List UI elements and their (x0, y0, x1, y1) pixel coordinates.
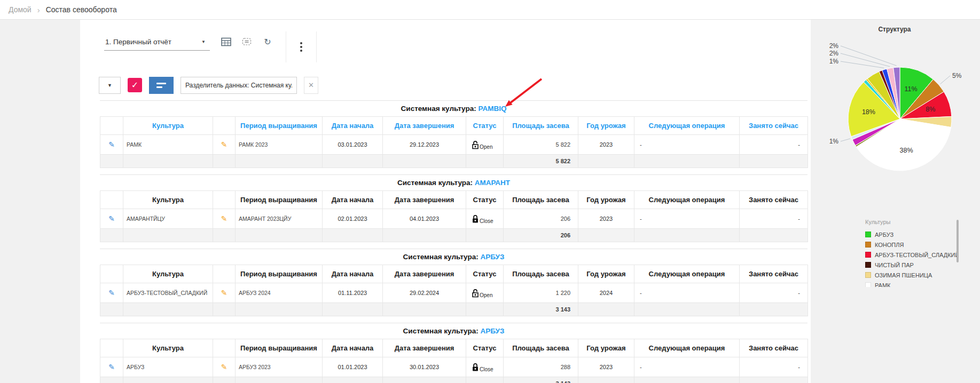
legend-item[interactable]: КОНОПЛЯ (865, 240, 959, 250)
culture-section: Системная культура: АМАРАНТКультураПерио… (100, 174, 807, 242)
system-culture-link[interactable]: АРБУЗ (480, 327, 504, 335)
culture-cell: АРБУЗ-ТЕСТОВЫЙ_СЛАДКИЙ (123, 283, 213, 303)
total-cell (466, 303, 504, 316)
system-culture-link[interactable]: АРБУЗ (480, 253, 504, 261)
next-operation-cell: - (634, 209, 740, 229)
structure-pie-svg[interactable]: 11%5%8%38%1%18%1%2%2% (809, 36, 980, 203)
culture-section: Системная культура: АРБУЗКультураПериод … (100, 323, 807, 383)
edit-culture-icon[interactable]: ✎ (108, 214, 115, 223)
column-header: Следующая операция (634, 117, 740, 135)
filter-dropdown-button[interactable]: ▼ (99, 77, 121, 94)
area-cell: 5 822 (504, 135, 578, 155)
system-culture-link[interactable]: PAMBIQ (478, 105, 506, 113)
total-row: 5 822 (100, 155, 808, 168)
column-header: Площадь засева (504, 339, 578, 357)
column-header: Год урожая (578, 339, 634, 357)
column-header: Культура (123, 117, 213, 135)
edit-period-icon[interactable]: ✎ (221, 363, 228, 371)
start-date-cell: 03.01.2023 (323, 135, 383, 155)
culture-section: Системная культура: PAMBIQКультураПериод… (100, 100, 807, 168)
total-cell (213, 303, 236, 316)
next-operation-cell: - (634, 283, 740, 303)
section-title: Системная культура: АРБУЗ (100, 323, 807, 339)
legend-scrollbar[interactable] (957, 220, 959, 262)
edit-period-icon[interactable]: ✎ (221, 214, 228, 223)
legend-item[interactable]: АРБУЗ (865, 229, 959, 240)
chevron-down-icon: ▼ (201, 39, 206, 44)
next-operation-cell: - (634, 135, 740, 155)
column-header: Дата завершения (383, 265, 466, 283)
status-label: Open (480, 292, 492, 298)
table-view-button[interactable] (219, 36, 232, 47)
section-title: Системная культура: АРБУЗ (100, 249, 807, 265)
total-cell (323, 303, 383, 316)
edit-period-cell: ✎ (213, 209, 236, 229)
period-cell: РАМК 2023 (236, 135, 323, 155)
total-cell (323, 155, 383, 168)
column-header: Культура (123, 265, 213, 283)
section-title-label: Системная культура: (403, 253, 481, 261)
filter-checkbox[interactable]: ✓ (128, 78, 142, 92)
more-options-button[interactable] (286, 31, 317, 62)
check-icon: ✓ (131, 80, 138, 90)
clear-filter-button[interactable]: ✕ (304, 77, 318, 94)
edit-culture-icon[interactable]: ✎ (108, 363, 115, 371)
pie-callout-label: 5% (952, 72, 962, 79)
pie-callout-label: 1% (829, 138, 839, 145)
column-header: Период выращивания (236, 265, 323, 283)
selection-mode-button[interactable] (240, 36, 253, 47)
edit-culture-icon[interactable]: ✎ (108, 289, 115, 297)
column-header: Дата начала (323, 117, 383, 135)
legend-item[interactable]: ЧИСТЫЙ ПАР (865, 260, 959, 270)
report-select[interactable]: 1. Первичный отчёт ▼ (104, 35, 210, 51)
status-label: Close (480, 218, 493, 224)
column-header: Площадь засева (504, 265, 578, 283)
legend-item[interactable]: РАМК (865, 280, 959, 287)
report-table: КультураПериод выращиванияДата началаДат… (100, 190, 808, 242)
column-header: Год урожая (578, 191, 634, 209)
end-date-cell: 30.01.2023 (383, 357, 466, 377)
column-header (213, 265, 236, 283)
system-culture-link[interactable]: АМАРАНТ (475, 179, 510, 187)
column-header (100, 191, 123, 209)
table-row: ✎ АМАРАНТЙЦУ ✎ АМАРАНТ 2023ЦЙУ 02.01.202… (100, 209, 808, 229)
column-header: Дата завершения (383, 117, 466, 135)
section-title-label: Системная культура: (401, 105, 479, 113)
total-cell (578, 377, 634, 383)
occupied-cell: - (740, 209, 808, 229)
column-header: Статус (466, 339, 504, 357)
total-area-cell: 5 822 (504, 155, 578, 168)
edit-period-icon[interactable]: ✎ (221, 140, 228, 149)
legend-item[interactable]: АРБУЗ-ТЕСТОВЫЙ_СЛАДКИЙ (865, 250, 959, 260)
total-cell (213, 377, 236, 383)
total-cell (466, 377, 504, 383)
column-header: Период выращивания (236, 117, 323, 135)
edit-period-icon[interactable]: ✎ (221, 289, 228, 297)
legend-label: ОЗИМАЯ ПШЕНИЦА (875, 272, 932, 278)
edit-period-cell: ✎ (213, 283, 236, 303)
edit-culture-icon[interactable]: ✎ (108, 140, 115, 149)
column-header: Год урожая (578, 265, 634, 283)
total-cell (578, 229, 634, 242)
status-cell: Close (466, 357, 504, 377)
column-header (213, 191, 236, 209)
status-label: Open (480, 144, 492, 150)
data-splitter-input[interactable] (181, 77, 297, 94)
culture-cell: АМАРАНТЙЦУ (123, 209, 213, 229)
report-toolbar: 1. Первичный отчёт ▼ (104, 31, 811, 62)
year-cell: 2024 (578, 283, 634, 303)
total-row: 206 (100, 229, 808, 242)
pie-label: 38% (900, 147, 913, 154)
legend-item[interactable]: ОЗИМАЯ ПШЕНИЦА (865, 270, 959, 280)
total-cell (466, 155, 504, 168)
chart-legend: Культуры АРБУЗКОНОПЛЯАРБУЗ-ТЕСТОВЫЙ_СЛАД… (865, 219, 959, 287)
filter-list-button[interactable] (149, 77, 174, 94)
edit-culture-cell: ✎ (100, 135, 123, 155)
column-header: Следующая операция (634, 191, 740, 209)
lock-closed-icon (472, 214, 479, 224)
pie-label: 11% (905, 85, 918, 93)
end-date-cell: 04.01.2023 (383, 209, 466, 229)
legend-label: АРБУЗ (875, 232, 893, 238)
refresh-button[interactable]: ↻ (261, 36, 274, 47)
breadcrumb-home-link[interactable]: Домой (9, 5, 32, 14)
